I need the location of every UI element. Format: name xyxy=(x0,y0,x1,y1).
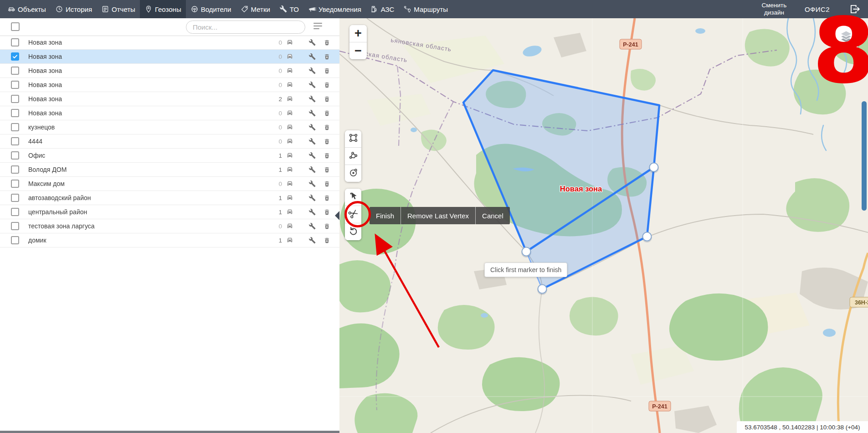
delete-trash-icon[interactable] xyxy=(323,109,331,117)
row-checkbox[interactable] xyxy=(11,208,19,216)
geozone-row[interactable]: автозаводский район1 xyxy=(0,191,339,205)
unit-count: 1 xyxy=(274,152,282,159)
geozone-row[interactable]: Новая зона2 xyxy=(0,92,339,106)
undo-button[interactable] xyxy=(345,223,361,240)
geozone-name: 4444 xyxy=(28,138,274,145)
tab-drivers[interactable]: Водители xyxy=(186,0,236,18)
geozone-row[interactable]: домик1 xyxy=(0,233,339,247)
geozone-row[interactable]: Новая зона0 xyxy=(0,106,339,120)
geozone-row[interactable]: Офис1 xyxy=(0,149,339,163)
delete-trash-icon[interactable] xyxy=(323,95,331,103)
draw-rectangle-button[interactable] xyxy=(345,130,361,148)
cut-polygon-button[interactable] xyxy=(345,206,361,223)
tab-objects[interactable]: Объекты xyxy=(3,0,51,18)
edit-wrench-icon[interactable] xyxy=(308,39,317,46)
delete-trash-icon[interactable] xyxy=(323,39,331,46)
delete-trash-icon[interactable] xyxy=(323,166,331,174)
row-checkbox[interactable] xyxy=(11,222,19,230)
delete-trash-icon[interactable] xyxy=(323,194,331,202)
edit-wrench-icon[interactable] xyxy=(308,67,317,75)
draw-polygon-button[interactable] xyxy=(345,148,361,165)
geozone-row[interactable]: кузнецов0 xyxy=(0,120,339,134)
delete-trash-icon[interactable] xyxy=(323,237,331,244)
edit-wrench-icon[interactable] xyxy=(308,237,317,244)
edit-wrench-icon[interactable] xyxy=(308,208,317,216)
tab-fuel[interactable]: АЗС xyxy=(366,0,399,18)
edit-wrench-icon[interactable] xyxy=(308,180,317,188)
delete-trash-icon[interactable] xyxy=(323,124,331,131)
edit-vertices-button[interactable] xyxy=(345,189,361,206)
row-checkbox[interactable] xyxy=(11,38,19,46)
row-checkbox[interactable] xyxy=(11,81,19,89)
edit-wrench-icon[interactable] xyxy=(308,124,317,131)
geozone-row[interactable]: Новая зона0 xyxy=(0,64,339,78)
remove-last-vertex-button[interactable]: Remove Last Vertex xyxy=(401,207,475,224)
svg-text:36Н-3: 36Н-3 xyxy=(855,299,868,306)
delete-trash-icon[interactable] xyxy=(323,222,331,230)
edit-wrench-icon[interactable] xyxy=(308,53,317,61)
row-checkbox[interactable] xyxy=(11,52,19,61)
logout-button[interactable] xyxy=(849,3,861,15)
cancel-button[interactable]: Cancel xyxy=(475,207,510,224)
delete-trash-icon[interactable] xyxy=(323,53,331,61)
zoom-in-button[interactable]: + xyxy=(349,25,367,42)
tab-notifications[interactable]: Уведомления xyxy=(303,0,366,18)
tab-routes[interactable]: Маршруты xyxy=(399,0,452,18)
row-checkbox[interactable] xyxy=(11,236,19,244)
finish-button[interactable]: Finish xyxy=(370,207,401,224)
account-button[interactable]: ОФИС2 xyxy=(805,5,830,13)
sort-icon[interactable] xyxy=(313,23,323,31)
map-scrollbar-thumb[interactable] xyxy=(862,101,867,211)
delete-trash-icon[interactable] xyxy=(323,67,331,75)
row-checkbox[interactable] xyxy=(11,151,19,160)
collapse-panel-arrow[interactable] xyxy=(335,211,339,220)
edit-wrench-icon[interactable] xyxy=(308,138,317,145)
map-canvas[interactable]: ьяновская область ская область Новая зон… xyxy=(339,18,868,433)
edit-wrench-icon[interactable] xyxy=(308,166,317,174)
geozone-name: Новая зона xyxy=(28,67,274,74)
select-all-checkbox[interactable] xyxy=(11,22,20,31)
edit-wrench-icon[interactable] xyxy=(308,109,317,117)
tab-geozones[interactable]: Геозоны xyxy=(140,0,186,18)
delete-trash-icon[interactable] xyxy=(323,138,331,145)
delete-trash-icon[interactable] xyxy=(323,180,331,188)
draw-circle-button[interactable] xyxy=(345,165,361,182)
tab-maintenance[interactable]: ТО xyxy=(275,0,303,18)
search-input[interactable] xyxy=(186,21,305,34)
delete-trash-icon[interactable] xyxy=(323,81,331,89)
row-checkbox[interactable] xyxy=(11,180,19,188)
car-icon xyxy=(284,194,295,202)
row-checkbox[interactable] xyxy=(11,95,19,103)
edit-wrench-icon[interactable] xyxy=(308,222,317,230)
unit-count: 0 xyxy=(274,82,282,88)
row-checkbox[interactable] xyxy=(11,194,19,202)
geozone-row[interactable]: Новая зона0 xyxy=(0,50,339,64)
edit-wrench-icon[interactable] xyxy=(308,152,317,160)
geozone-row[interactable]: Володя ДОМ1 xyxy=(0,163,339,177)
geozone-row[interactable]: тестовая зона ларгуса0 xyxy=(0,219,339,233)
geozone-row[interactable]: Новая зона0 xyxy=(0,78,339,92)
row-checkbox[interactable] xyxy=(11,137,19,145)
row-checkbox[interactable] xyxy=(11,123,19,131)
geozone-name: Володя ДОМ xyxy=(28,166,274,173)
geozone-row[interactable]: 44440 xyxy=(0,134,339,149)
row-checkbox[interactable] xyxy=(11,165,19,174)
tab-reports[interactable]: Отчеты xyxy=(97,0,140,18)
row-checkbox[interactable] xyxy=(11,109,19,117)
geozone-row[interactable]: Максим дом0 xyxy=(0,177,339,191)
change-design-button[interactable]: Сменить дизайн xyxy=(756,2,792,16)
row-checkbox[interactable] xyxy=(11,67,19,75)
edit-wrench-icon[interactable] xyxy=(308,95,317,103)
draw-polygon-icon xyxy=(348,150,359,162)
edit-wrench-icon[interactable] xyxy=(308,194,317,202)
unit-count: 0 xyxy=(274,110,282,117)
geozone-row[interactable]: центральный район1 xyxy=(0,205,339,219)
layers-button[interactable] xyxy=(834,25,858,49)
zoom-out-button[interactable]: − xyxy=(349,42,367,59)
delete-trash-icon[interactable] xyxy=(323,208,331,216)
tab-labels[interactable]: Метки xyxy=(236,0,275,18)
geozone-row[interactable]: Новая зона0 xyxy=(0,36,339,50)
delete-trash-icon[interactable] xyxy=(323,152,331,160)
tab-history[interactable]: История xyxy=(51,0,97,18)
edit-wrench-icon[interactable] xyxy=(308,81,317,89)
